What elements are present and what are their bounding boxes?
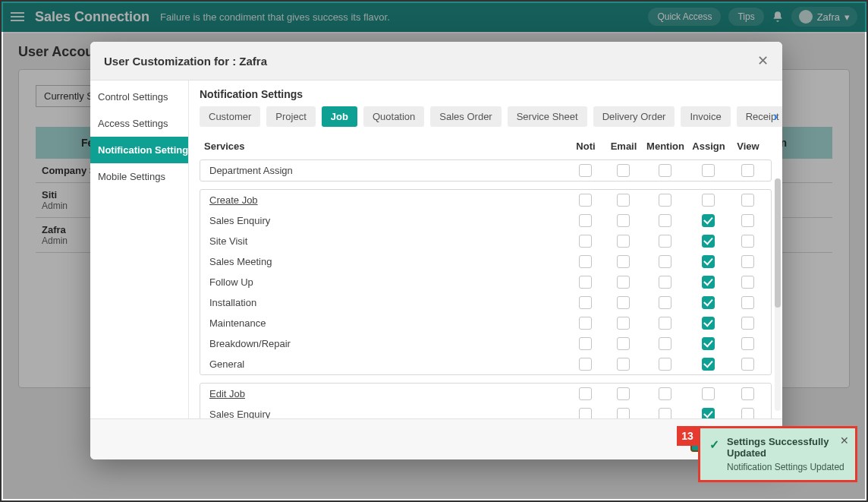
side-nav-item[interactable]: Control Settings: [90, 84, 188, 110]
checkbox-noti[interactable]: [579, 194, 592, 207]
tab[interactable]: Sales Order: [430, 106, 501, 127]
checkbox-noti[interactable]: [579, 276, 592, 289]
checkbox-view[interactable]: [741, 255, 754, 268]
checkbox-mention[interactable]: [659, 408, 671, 418]
checkbox-email[interactable]: [617, 235, 630, 248]
checkbox-assign[interactable]: [702, 194, 715, 207]
checkbox-mention[interactable]: [659, 194, 671, 207]
checkbox-email[interactable]: [617, 317, 630, 330]
checkbox-view[interactable]: [741, 358, 754, 371]
checkbox-noti[interactable]: [579, 358, 592, 371]
tab[interactable]: Invoice: [681, 106, 730, 127]
cell: [566, 317, 604, 330]
checkbox-view[interactable]: [741, 317, 754, 330]
checkbox-assign[interactable]: [702, 164, 715, 177]
side-nav-item[interactable]: Notification Settings: [90, 137, 188, 163]
checkbox-mention[interactable]: [659, 214, 671, 227]
checkbox-view[interactable]: [741, 408, 754, 418]
checkbox-view[interactable]: [741, 337, 754, 350]
checkbox-noti[interactable]: [579, 235, 592, 248]
checkbox-assign[interactable]: [702, 408, 715, 418]
tabs-scroll-right-icon[interactable]: ›: [773, 109, 778, 125]
cell: [728, 317, 766, 330]
cell: [687, 276, 728, 289]
cell: [728, 358, 766, 371]
checkbox-mention[interactable]: [659, 235, 671, 248]
cell: [642, 255, 687, 268]
checkbox-assign[interactable]: [702, 235, 715, 248]
close-icon[interactable]: ✕: [840, 434, 849, 447]
checkbox-noti[interactable]: [579, 255, 592, 268]
checkbox-email[interactable]: [617, 214, 630, 227]
scrollbar-thumb[interactable]: [775, 178, 781, 308]
tab[interactable]: Service Sheet: [508, 106, 587, 127]
checkbox-assign[interactable]: [702, 317, 715, 330]
checkbox-view[interactable]: [741, 164, 754, 177]
col-email: Email: [605, 140, 643, 152]
checkbox-mention[interactable]: [659, 296, 671, 309]
checkbox-email[interactable]: [617, 194, 630, 207]
checkbox-email[interactable]: [617, 408, 630, 418]
tab[interactable]: Job: [322, 106, 357, 127]
checkbox-assign[interactable]: [702, 296, 715, 309]
cell: [566, 255, 604, 268]
checkbox-mention[interactable]: [659, 358, 671, 371]
cell: [687, 164, 728, 177]
checkbox-mention[interactable]: [659, 387, 671, 400]
service-label: Maintenance: [205, 317, 566, 329]
checkbox-view[interactable]: [741, 387, 754, 400]
checkbox-mention[interactable]: [659, 276, 671, 289]
service-label: Site Visit: [205, 235, 566, 247]
cell: [642, 194, 687, 207]
checkbox-view[interactable]: [741, 276, 754, 289]
cell: [604, 194, 642, 207]
checkbox-email[interactable]: [617, 255, 630, 268]
checkbox-assign[interactable]: [702, 255, 715, 268]
close-icon[interactable]: ✕: [757, 52, 769, 69]
checkbox-view[interactable]: [741, 235, 754, 248]
checkbox-email[interactable]: [617, 164, 630, 177]
checkbox-assign[interactable]: [702, 214, 715, 227]
checkbox-noti[interactable]: [579, 164, 592, 177]
checkbox-email[interactable]: [617, 358, 630, 371]
checkbox-assign[interactable]: [702, 276, 715, 289]
tab[interactable]: Project: [266, 106, 315, 127]
checkbox-noti[interactable]: [579, 296, 592, 309]
checkbox-email[interactable]: [617, 337, 630, 350]
checkbox-noti[interactable]: [579, 214, 592, 227]
checkbox-mention[interactable]: [659, 337, 671, 350]
checkbox-email[interactable]: [617, 296, 630, 309]
checkbox-noti[interactable]: [579, 387, 592, 400]
checkbox-noti[interactable]: [579, 408, 592, 418]
cell: [604, 164, 642, 177]
checkbox-noti[interactable]: [579, 337, 592, 350]
checkbox-mention[interactable]: [659, 255, 671, 268]
side-nav-item[interactable]: Mobile Settings: [90, 163, 188, 190]
cell: [687, 317, 728, 330]
cell: [728, 387, 766, 400]
cell: [642, 214, 687, 227]
tab[interactable]: Quotation: [363, 106, 424, 127]
checkbox-assign[interactable]: [702, 358, 715, 371]
side-nav-item[interactable]: Access Settings: [90, 110, 188, 137]
checkbox-mention[interactable]: [659, 317, 671, 330]
tab[interactable]: Delivery Order: [593, 106, 675, 127]
checkbox-email[interactable]: [617, 387, 630, 400]
cell: [642, 317, 687, 330]
cell: [566, 214, 604, 227]
cell: [642, 408, 687, 418]
checkbox-assign[interactable]: [702, 337, 715, 350]
service-label: Sales Enquiry: [205, 409, 566, 418]
scrollbar-vertical[interactable]: [775, 178, 781, 411]
checkbox-mention[interactable]: [659, 164, 671, 177]
checkbox-email[interactable]: [617, 276, 630, 289]
cell: [687, 408, 728, 418]
checkbox-view[interactable]: [741, 194, 754, 207]
checkbox-view[interactable]: [741, 214, 754, 227]
checkbox-noti[interactable]: [579, 317, 592, 330]
modal-title: User Customization for : Zafra: [104, 55, 267, 68]
checkbox-view[interactable]: [741, 296, 754, 309]
checkbox-assign[interactable]: [702, 387, 715, 400]
tab[interactable]: Customer: [200, 106, 260, 127]
cell: [687, 214, 728, 227]
